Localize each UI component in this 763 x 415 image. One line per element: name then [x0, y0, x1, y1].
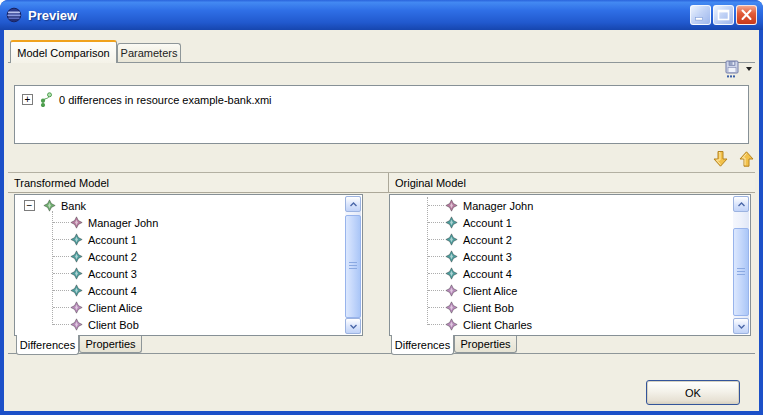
- difference-navigation: [694, 149, 756, 169]
- model-differences-icon: [39, 92, 53, 107]
- transformed-model-tree: − Bank Manager John Account 1: [16, 197, 345, 334]
- original-model-header: Original Model: [389, 173, 755, 192]
- next-difference-button[interactable]: [710, 149, 730, 169]
- original-model-panel: Manager John Account 1 Account 2 Account…: [389, 194, 751, 336]
- tab-folder-border: [8, 62, 755, 63]
- tab-differences[interactable]: Differences: [16, 335, 79, 355]
- tree-item-label: Client Bob: [88, 319, 139, 331]
- maximize-icon: [716, 8, 731, 22]
- collapse-toggle[interactable]: −: [24, 200, 35, 211]
- tab-label: Model Comparison: [17, 47, 109, 59]
- scrollbar-thumb[interactable]: [733, 228, 749, 316]
- down-arrow-icon: [712, 150, 729, 168]
- summary-text: 0 differences in resource example-bank.x…: [59, 94, 272, 106]
- eobject-diamond-icon: [70, 216, 83, 229]
- save-button[interactable]: [722, 58, 742, 80]
- tree-item[interactable]: Account 4: [16, 282, 345, 299]
- vertical-scrollbar[interactable]: [733, 196, 749, 334]
- tree-item[interactable]: Manager John: [16, 214, 345, 231]
- tree-item-label: Account 2: [88, 251, 137, 263]
- eobject-diamond-icon: [445, 284, 458, 297]
- scrollbar-down-button[interactable]: [733, 318, 749, 334]
- scrollbar-down-button[interactable]: [345, 318, 361, 334]
- tree-item-label: Account 4: [463, 268, 512, 280]
- tab-label: Differences: [20, 339, 75, 351]
- tab-label: Differences: [395, 339, 450, 351]
- tree-item[interactable]: Account 2: [391, 231, 733, 248]
- tree-item[interactable]: − Bank: [16, 197, 345, 214]
- vertical-scrollbar[interactable]: [345, 196, 361, 334]
- scrollbar-grip: [737, 268, 745, 277]
- tree-guide-line: [428, 290, 444, 291]
- eobject-diamond-icon: [43, 199, 56, 212]
- tree-item[interactable]: Client Bob: [391, 299, 733, 316]
- export-toolbar: [722, 58, 756, 80]
- summary-tree-item[interactable]: + 0 differences in resource example-bank…: [22, 91, 272, 108]
- eobject-diamond-icon: [445, 216, 458, 229]
- tree-item[interactable]: Client Alice: [391, 282, 733, 299]
- tab-differences[interactable]: Differences: [391, 335, 454, 355]
- save-menu-dropdown-icon[interactable]: [746, 67, 752, 71]
- tree-item-label: Account 4: [88, 285, 137, 297]
- tree-guide-line: [428, 307, 444, 308]
- tab-parameters[interactable]: Parameters: [117, 43, 181, 62]
- tree-item[interactable]: Account 3: [391, 248, 733, 265]
- tree-item[interactable]: Account 1: [391, 214, 733, 231]
- eobject-diamond-icon: [445, 250, 458, 263]
- tree-item[interactable]: Client Charles: [391, 316, 733, 333]
- eclipse-logo-icon: [6, 7, 22, 23]
- tree-item[interactable]: Client Bob: [16, 316, 345, 333]
- tree-item-label: Manager John: [88, 217, 158, 229]
- close-button[interactable]: [736, 5, 757, 25]
- maximize-button[interactable]: [713, 5, 734, 25]
- tab-label: Properties: [85, 338, 135, 350]
- tree-item[interactable]: Account 3: [16, 265, 345, 282]
- up-arrow-icon: [738, 150, 755, 168]
- tree-item[interactable]: Account 4: [391, 265, 733, 282]
- tree-guide-line: [428, 324, 444, 325]
- tree-item[interactable]: Client Alice: [16, 299, 345, 316]
- eobject-diamond-icon: [445, 267, 458, 280]
- tree-item-label: Client Bob: [463, 302, 514, 314]
- tree-guide-line: [53, 324, 69, 325]
- tree-item[interactable]: Manager John: [391, 197, 733, 214]
- ok-button[interactable]: OK: [646, 380, 740, 405]
- tree-guide-line: [428, 205, 444, 206]
- minimize-icon: [693, 8, 708, 22]
- tree-item[interactable]: Account 2: [16, 248, 345, 265]
- tab-label: Properties: [460, 338, 510, 350]
- tree-item-label: Client Alice: [88, 302, 142, 314]
- tree-item-label: Client Charles: [463, 319, 532, 331]
- tab-model-comparison[interactable]: Model Comparison: [10, 40, 117, 63]
- tab-properties[interactable]: Properties: [79, 336, 142, 353]
- preview-dialog: Preview Model Comparison Parameters: [0, 0, 763, 415]
- tree-guide-line: [428, 273, 444, 274]
- transformed-model-view-tabs: Differences Properties: [14, 336, 363, 353]
- tree-item[interactable]: Account 1: [16, 231, 345, 248]
- pane-header-label: Transformed Model: [14, 177, 109, 189]
- eobject-diamond-icon: [70, 233, 83, 246]
- eobject-diamond-icon: [70, 284, 83, 297]
- tab-properties[interactable]: Properties: [454, 336, 517, 353]
- scrollbar-up-button[interactable]: [733, 196, 749, 212]
- tree-item-label: Account 1: [463, 217, 512, 229]
- previous-difference-button[interactable]: [736, 149, 756, 169]
- scrollbar-up-button[interactable]: [345, 196, 361, 212]
- expand-toggle[interactable]: +: [22, 94, 33, 105]
- titlebar[interactable]: Preview: [0, 0, 763, 30]
- eobject-diamond-icon: [70, 267, 83, 280]
- tree-item-label: Account 3: [88, 268, 137, 280]
- minimize-button[interactable]: [690, 5, 711, 25]
- eobject-diamond-icon: [70, 301, 83, 314]
- tree-item-label: Client Alice: [463, 285, 517, 297]
- tab-label: Parameters: [121, 47, 178, 59]
- tree-item-label: Manager John: [463, 200, 533, 212]
- transformed-model-panel: − Bank Manager John Account 1: [14, 194, 363, 336]
- tree-item-label: Account 2: [463, 234, 512, 246]
- pane-header-label: Original Model: [395, 177, 466, 189]
- pane-headers: Transformed Model Original Model: [8, 172, 755, 193]
- window-title: Preview: [28, 8, 690, 23]
- scrollbar-thumb[interactable]: [345, 215, 361, 318]
- bottom-folder-border: [8, 353, 755, 354]
- eobject-diamond-icon: [70, 318, 83, 331]
